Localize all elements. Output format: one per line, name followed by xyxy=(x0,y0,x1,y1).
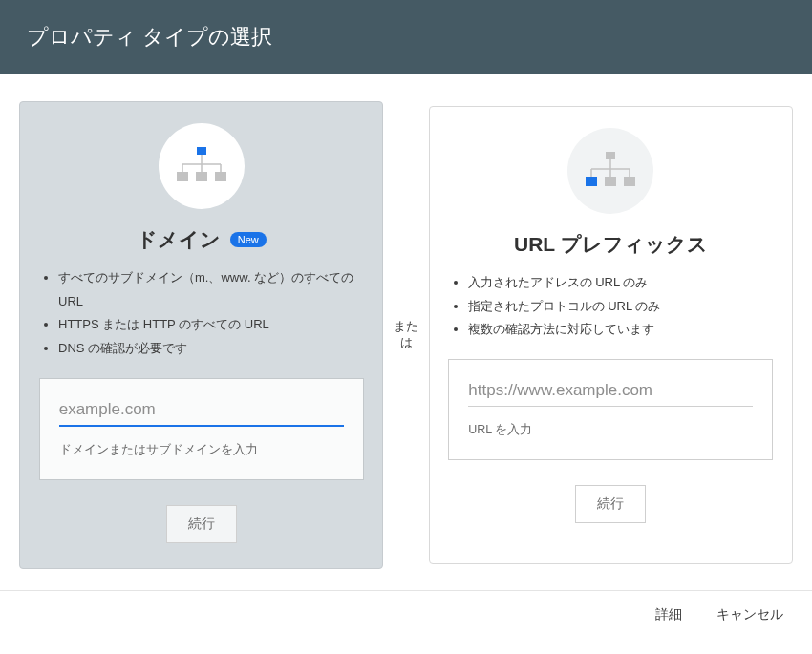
list-item: 指定されたプロトコルの URL のみ xyxy=(468,295,775,319)
property-card-domain[interactable]: ドメイン New すべてのサブドメイン（m.、www. など）のすべての URL… xyxy=(19,101,383,569)
svg-rect-17 xyxy=(624,177,635,186)
domain-continue-button[interactable]: 続行 xyxy=(166,505,237,543)
list-item: 入力されたアドレスの URL のみ xyxy=(468,271,775,295)
list-item: HTTPS または HTTP のすべての URL xyxy=(58,313,365,337)
urlprefix-card-title: URL プレフィックス xyxy=(514,231,708,258)
svg-rect-16 xyxy=(605,177,616,186)
domain-title-row: ドメイン New xyxy=(137,226,267,253)
sitemap-icon xyxy=(583,150,638,192)
domain-input[interactable] xyxy=(59,396,344,427)
svg-rect-7 xyxy=(196,172,207,181)
svg-rect-8 xyxy=(215,172,226,181)
dialog-title: プロパティ タイプの選択 xyxy=(27,25,272,49)
dialog-body: ドメイン New すべてのサブドメイン（m.、www. など）のすべての URL… xyxy=(0,74,812,590)
property-card-urlprefix[interactable]: URL プレフィックス 入力されたアドレスの URL のみ 指定されたプロトコル… xyxy=(429,106,793,564)
domain-bullets: すべてのサブドメイン（m.、www. など）のすべての URL HTTPS また… xyxy=(37,266,365,361)
urlprefix-title-row: URL プレフィックス xyxy=(514,231,708,258)
list-item: すべてのサブドメイン（m.、www. など）のすべての URL xyxy=(58,266,365,313)
cancel-button[interactable]: キャンセル xyxy=(716,606,783,623)
urlprefix-input-group: URL を入力 xyxy=(448,359,773,460)
dialog-header: プロパティ タイプの選択 xyxy=(0,0,812,74)
urlprefix-bullets: 入力されたアドレスの URL のみ 指定されたプロトコルの URL のみ 複数の… xyxy=(447,271,775,342)
domain-input-helper: ドメインまたはサブドメインを入力 xyxy=(59,442,344,458)
urlprefix-icon-circle xyxy=(567,128,653,214)
dialog-footer: 詳細 キャンセル xyxy=(0,590,812,639)
svg-rect-6 xyxy=(177,172,188,181)
details-button[interactable]: 詳細 xyxy=(655,606,682,623)
new-badge: New xyxy=(230,232,267,247)
list-item: DNS の確認が必要です xyxy=(58,337,365,361)
svg-rect-9 xyxy=(606,152,615,159)
domain-icon-circle xyxy=(159,123,245,209)
urlprefix-continue-button[interactable]: 続行 xyxy=(575,485,646,523)
urlprefix-input[interactable] xyxy=(468,377,753,407)
svg-rect-15 xyxy=(586,177,597,186)
list-item: 複数の確認方法に対応しています xyxy=(468,318,775,342)
divider-or: または xyxy=(391,319,420,351)
urlprefix-input-helper: URL を入力 xyxy=(468,422,753,438)
domain-card-title: ドメイン xyxy=(137,226,221,253)
svg-rect-0 xyxy=(197,147,206,155)
domain-input-group: ドメインまたはサブドメインを入力 xyxy=(39,378,364,480)
sitemap-icon xyxy=(174,145,229,187)
